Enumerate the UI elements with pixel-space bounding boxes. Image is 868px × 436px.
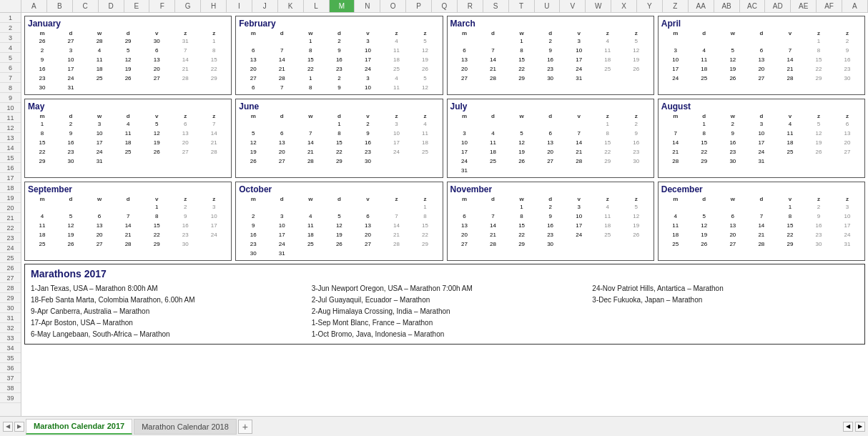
col-header-A[interactable]: A [842,0,868,12]
cal-header: d [536,196,565,202]
cal-day [536,166,565,175]
col-header-AD[interactable]: AD [765,0,791,12]
cal-day: 29 [593,157,622,166]
cal-header: z [622,113,651,119]
col-header-Z[interactable]: Z [663,0,689,12]
tab-scroll-right[interactable]: ▶ [14,422,24,432]
cal-day: 18 [479,147,508,157]
cal-header: z [382,196,410,202]
cal-day: 7 [661,129,690,138]
col-header-X[interactable]: X [611,0,637,12]
col-header-AE[interactable]: AE [791,0,817,12]
col-header-Q[interactable]: Q [432,0,458,12]
cal-day: 12 [56,221,85,230]
cal-day: 2 [804,202,833,212]
cal-header: v [776,196,804,202]
month-box-january: Januarymdwdvzz26272829303112345678910111… [24,16,232,95]
cal-day: 1 [593,119,622,129]
col-header-O[interactable]: O [380,0,406,12]
col-header-AF[interactable]: AF [817,0,842,12]
cal-day: 28 [199,147,228,157]
cal-day: 30 [719,157,747,166]
cal-day: 26 [325,239,353,249]
cal-header: z [410,30,439,36]
col-header-I[interactable]: I [227,0,252,12]
cal-day: 3 [833,202,862,212]
col-header-K[interactable]: K [278,0,304,12]
row-num-22: 22 [0,223,21,233]
cal-day: 8 [508,46,536,55]
cal-header: z [833,113,862,119]
col-header-N[interactable]: N [355,0,380,12]
col-header-P[interactable]: P [406,0,432,12]
col-header-U[interactable]: U [535,0,561,12]
col-header-B[interactable]: B [47,0,73,12]
sheet-tab-marathon-calendar-2017[interactable]: Marathon Calendar 2017 [26,419,132,435]
cal-day: 20 [719,230,747,239]
cal-header: z [410,196,439,202]
cal-day [171,83,199,92]
col-header-AA[interactable]: AA [689,0,714,12]
col-header-D[interactable]: D [99,0,124,12]
col-header-V[interactable]: V [560,0,586,12]
cal-day: 5 [690,212,719,221]
col-header-Y[interactable]: Y [637,0,663,12]
cal-day [267,36,296,46]
month-box-october: Octobermdwdvzz12345678910111213141516171… [235,182,443,261]
cal-day: 20 [267,147,296,157]
col-header-E[interactable]: E [124,0,150,12]
cal-day: 9 [622,129,651,138]
col-header-L[interactable]: L [304,0,330,12]
col-header-AB[interactable]: AB [714,0,740,12]
col-header-A[interactable]: A [21,0,47,12]
cal-day: 16 [28,64,56,74]
add-sheet-button[interactable]: + [238,420,252,434]
col-header-J[interactable]: J [252,0,278,12]
cal-day: 17 [353,55,382,64]
row-num-20: 20 [0,203,21,213]
col-header-C[interactable]: C [73,0,99,12]
cal-day: 10 [56,55,85,64]
col-header-F[interactable]: F [149,0,175,12]
col-header-T[interactable]: T [509,0,535,12]
spreadsheet-content: Januarymdwdvzz26272829303112345678910111… [21,13,868,416]
cal-day: 8 [776,212,804,221]
cal-day: 15 [593,138,622,147]
scroll-right-btn[interactable]: ▶ [855,422,865,432]
col-header-G[interactable]: G [175,0,201,12]
tab-scroll-left[interactable]: ◀ [3,422,13,432]
sheet-tab-marathon-calendar-2018[interactable]: Marathon Calendar 2018 [134,419,237,435]
cal-day: 5 [325,212,353,221]
cal-day: 21 [382,230,410,239]
row-numbers: 1234567891011121314151617181920212223242… [0,13,21,416]
col-header-M[interactable]: M [330,0,355,12]
cal-day: 11 [382,83,410,92]
col-header-R[interactable]: R [458,0,483,12]
cal-day [239,36,267,46]
cal-day: 8 [296,83,325,92]
cal-header: d [479,30,508,36]
cal-day: 19 [410,55,439,64]
col-header-S[interactable]: S [483,0,509,12]
cal-day: 21 [661,147,690,157]
row-num-18: 18 [0,183,21,193]
row-num-31: 31 [0,313,21,323]
cal-day: 20 [833,138,862,147]
scroll-left-btn[interactable]: ◀ [843,422,853,432]
cal-header: z [199,30,228,36]
row-num-27: 27 [0,273,21,283]
cal-day: 9 [833,46,862,55]
cal-day: 28 [747,239,776,249]
col-header-W[interactable]: W [586,0,611,12]
cal-day: 29 [325,157,353,166]
cal-day: 26 [142,147,171,157]
col-header-H[interactable]: H [201,0,227,12]
cal-day: 17 [85,138,114,147]
cal-day: 24 [56,74,85,83]
cal-day: 1 [508,202,536,212]
cal-day: 28 [85,36,114,46]
cal-day: 3 [382,119,410,129]
cal-day: 7 [565,129,593,138]
col-header-AC[interactable]: AC [740,0,766,12]
cal-day: 14 [114,221,142,230]
